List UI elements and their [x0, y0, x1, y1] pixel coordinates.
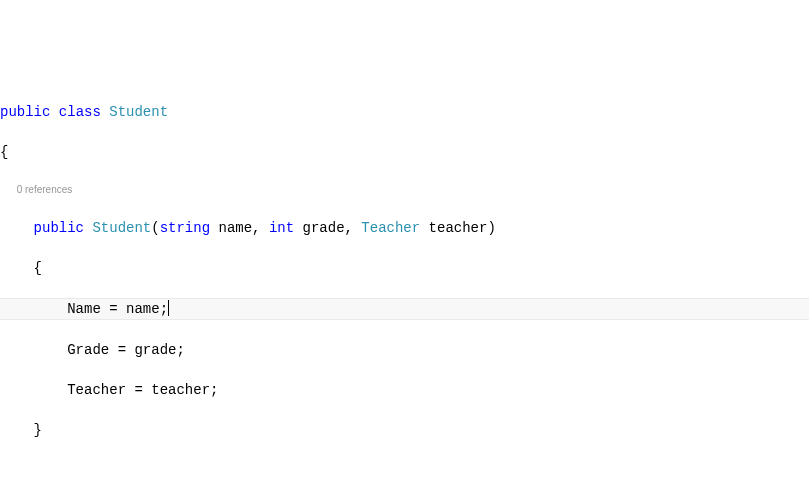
code-line[interactable]: {	[0, 142, 809, 162]
code-line[interactable]: Grade = grade;	[0, 340, 809, 360]
code-line[interactable]: public Student(string name, int grade, T…	[0, 218, 809, 238]
keyword: class	[59, 104, 101, 120]
type-name: Student	[109, 104, 168, 120]
parameter: grade	[303, 220, 345, 236]
brace: {	[34, 260, 42, 276]
parameter: name	[218, 220, 252, 236]
statement: Name = name;	[67, 301, 168, 317]
blank-line[interactable]	[0, 460, 809, 480]
constructor-name: Student	[92, 220, 151, 236]
indent-guide	[0, 260, 34, 276]
brace: }	[34, 422, 42, 438]
code-line[interactable]: Teacher = teacher;	[0, 380, 809, 400]
code-line[interactable]: }	[0, 420, 809, 440]
keyword: public	[0, 104, 50, 120]
statement: Grade = grade;	[67, 342, 185, 358]
brace: {	[0, 144, 8, 160]
indent-guide	[34, 382, 68, 398]
indent-guide	[34, 342, 68, 358]
code-line[interactable]: public class Student	[0, 102, 809, 122]
keyword: string	[160, 220, 210, 236]
indent-guide	[0, 342, 34, 358]
indent-guide	[34, 301, 68, 317]
code-line-current[interactable]: Name = name;	[0, 298, 809, 320]
indent-guide	[0, 422, 34, 438]
indent-guide	[0, 301, 34, 317]
parameter: teacher	[429, 220, 488, 236]
text-cursor	[168, 300, 169, 316]
keyword: public	[34, 220, 84, 236]
type-name: Teacher	[361, 220, 420, 236]
statement: Teacher = teacher;	[67, 382, 218, 398]
codelens-references[interactable]: 0 references	[0, 182, 809, 198]
code-editor[interactable]: public class Student { 0 references publ…	[0, 82, 809, 501]
keyword: int	[269, 220, 294, 236]
indent-guide	[0, 220, 34, 236]
indent-guide	[0, 382, 34, 398]
code-line[interactable]: {	[0, 258, 809, 278]
